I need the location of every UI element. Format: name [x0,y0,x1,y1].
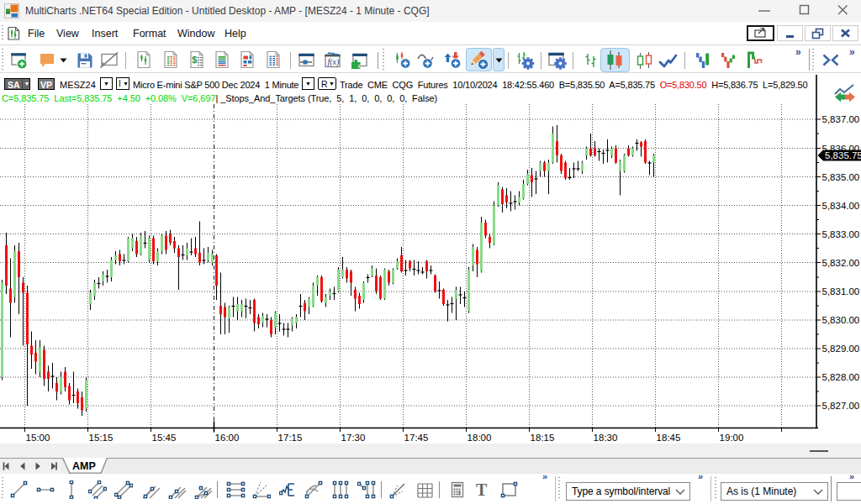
svg-text:15:00: 15:00 [26,433,50,443]
svg-text:18:00: 18:00 [467,433,492,443]
svg-text:5,835.75: 5,835.75 [825,150,861,160]
svg-text:19:00: 19:00 [720,433,744,443]
svg-text:17:30: 17:30 [341,433,366,443]
svg-text:18:15: 18:15 [531,433,555,443]
svg-text:5,830.00: 5,830.00 [822,315,860,325]
svg-text:17:45: 17:45 [404,433,429,443]
svg-text:16:00: 16:00 [215,433,240,443]
svg-text:5,837.00: 5,837.00 [822,114,860,124]
svg-text:5,828.00: 5,828.00 [822,372,860,382]
svg-text:5,827.00: 5,827.00 [822,401,860,411]
svg-text:5,833.00: 5,833.00 [822,229,860,239]
svg-text:f(x): f(x) [328,57,341,67]
svg-text:$: $ [192,55,197,65]
svg-text:15:15: 15:15 [89,433,114,443]
svg-text:5,831.00: 5,831.00 [822,286,860,297]
svg-text:5,832.00: 5,832.00 [822,258,860,268]
svg-text:5,829.00: 5,829.00 [822,344,860,354]
svg-text:18:30: 18:30 [594,433,618,443]
svg-text:5,834.00: 5,834.00 [822,201,860,211]
svg-text:17:15: 17:15 [278,433,303,443]
svg-text:18:45: 18:45 [657,433,681,443]
svg-text:5,835.00: 5,835.00 [822,172,860,182]
svg-text:15:45: 15:45 [152,433,177,443]
